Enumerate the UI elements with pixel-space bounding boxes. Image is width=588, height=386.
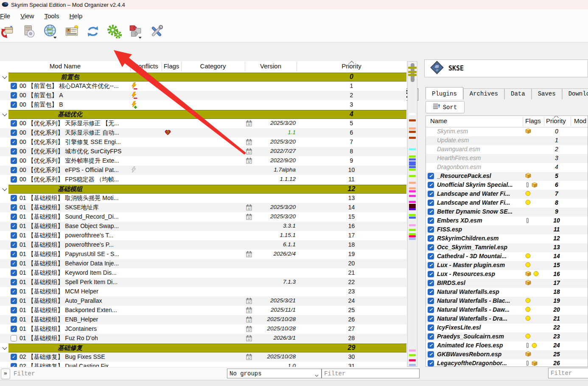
mod-row[interactable]: ✓01 【基础模组】 MCM Helper23 xyxy=(0,287,406,296)
plugin-row[interactable]: ✓Natural Waterfalls - Daw...20 xyxy=(426,306,588,315)
mod-checkbox[interactable]: ✓ xyxy=(11,120,17,127)
plugin-checkbox[interactable]: ✓ xyxy=(428,342,434,349)
tools-button[interactable] xyxy=(148,24,164,41)
plugin-checkbox[interactable]: ✓ xyxy=(428,280,434,286)
plugin-row[interactable]: Skyrim.esm0 xyxy=(426,127,588,136)
plugin-checkbox[interactable]: ✓ xyxy=(428,182,434,188)
collapse-chevron-icon[interactable] xyxy=(2,186,7,191)
column-header-flags[interactable]: Flags xyxy=(162,62,181,70)
mod-checkbox[interactable]: ✓ xyxy=(11,167,17,173)
plugin-row[interactable]: ✓Natural Waterfalls - Dra...21 xyxy=(426,315,588,324)
profile-card-button[interactable] xyxy=(64,24,79,41)
mod-separator-row[interactable]: 基础模组12 xyxy=(0,184,406,194)
browse-nexus-button[interactable] xyxy=(42,24,58,41)
plugin-row[interactable]: ✓Lux - Resources.esp16 xyxy=(426,270,588,279)
plugin-row[interactable]: Dragonborn.esm4 xyxy=(426,163,588,172)
plugin-row[interactable]: ✓Better Dynamic Snow SE...9 xyxy=(426,208,588,217)
tab-saves[interactable]: Saves xyxy=(532,88,562,99)
mod-checkbox[interactable]: ✓ xyxy=(11,354,17,360)
groups-combobox[interactable]: No groups xyxy=(227,369,322,378)
mod-row[interactable]: ✓00 【优化系列】 FPS稳定器 （均帧...1.1.1211 xyxy=(0,175,406,184)
menu-help[interactable]: Help xyxy=(68,11,88,21)
mod-checkbox[interactable]: ✓ xyxy=(11,101,17,108)
mod-separator-row[interactable]: 基础修复29 xyxy=(0,343,406,352)
mod-checkbox[interactable]: ✓ xyxy=(11,148,17,155)
plugin-row[interactable]: ✓Lux - Master plugin.esm15 xyxy=(426,261,588,270)
plugin-row[interactable]: ✓Landscape and Water Fi...7 xyxy=(426,190,588,199)
plugin-checkbox[interactable]: ✓ xyxy=(428,289,434,295)
plugin-row[interactable]: ✓Occ_Skyrim_Tamriel.esp13 xyxy=(426,243,588,252)
plugin-row[interactable]: Dawnguard.esm2 xyxy=(426,145,588,154)
plugin-row[interactable]: ✓Natural Waterfalls - Blac...19 xyxy=(426,297,588,306)
plugin-checkbox[interactable]: ✓ xyxy=(428,217,434,224)
plugin-row[interactable]: ✓IcyFixesLite.esl22 xyxy=(426,324,588,332)
plugin-filter-input[interactable] xyxy=(548,368,588,378)
mod-row[interactable]: ✓00 【优化系列】 城市优化 SurCityFPS122022/7/278 xyxy=(0,147,406,156)
mod-row[interactable]: ✓01 【基础模组】 powerofthree's P...6.1.118 xyxy=(0,240,406,250)
plugin-checkbox[interactable]: ✓ xyxy=(428,307,434,313)
mod-checkbox[interactable]: ✓ xyxy=(11,316,17,323)
plugin-row[interactable]: ✓FISS.esp11 xyxy=(426,225,588,234)
mod-checkbox[interactable]: ✓ xyxy=(11,279,17,285)
tab-downloads[interactable]: Downloads xyxy=(562,88,588,99)
mod-list-scrollbar[interactable] xyxy=(407,61,417,367)
column-header-version[interactable]: Version xyxy=(245,62,297,70)
tab-data[interactable]: Data xyxy=(504,88,532,99)
collapse-chevron-icon[interactable] xyxy=(2,74,7,79)
mod-row[interactable]: ✓00 【优化系列】 引擎修复 SSE Engi...122025/3/207 xyxy=(0,138,406,147)
mod-row[interactable]: ✓00 【优化系列】 天际显示修正 【无...122025/3/205 xyxy=(0,119,406,128)
mod-checkbox[interactable]: ✓ xyxy=(11,363,17,367)
mod-row[interactable]: ✓00 【优化系列】 室外帧率提升 Exte...122022/9/209 xyxy=(0,156,406,166)
refresh-button[interactable] xyxy=(85,24,101,41)
plugin-checkbox[interactable]: ✓ xyxy=(428,333,434,340)
column-header-category[interactable]: Category xyxy=(181,62,245,70)
plugin-checkbox[interactable]: ✓ xyxy=(428,316,434,322)
column-header-name[interactable]: Name xyxy=(430,117,447,124)
mod-row[interactable]: ✓01 【基础模组】 Backported Exten...122025/11/… xyxy=(0,306,406,315)
mod-row[interactable]: 01 【基础模组】 Fuz Ro D'oh122026/3/128 xyxy=(0,334,406,343)
mod-checkbox[interactable]: ✓ xyxy=(11,204,17,211)
mod-checkbox[interactable]: ✓ xyxy=(11,242,17,248)
menu-file[interactable]: File xyxy=(0,11,16,21)
collapse-chevron-icon[interactable] xyxy=(2,111,7,116)
column-header-mod[interactable]: Mod xyxy=(574,117,586,124)
install-from-disc-button[interactable] xyxy=(21,24,37,41)
mod-row[interactable]: ✓01 【基础模组】 SKSE地址库122025/3/2014 xyxy=(0,203,406,212)
plugin-row[interactable]: ✓_ResourcePack.esl5 xyxy=(426,172,588,181)
mod-checkbox[interactable]: ✓ xyxy=(11,232,17,239)
plugin-row[interactable]: ✓Natural Waterfalls.esp18 xyxy=(426,288,588,297)
mod-checkbox[interactable]: ✓ xyxy=(11,298,17,304)
plugin-row[interactable]: ✓Landscape and Water Fi...8 xyxy=(426,199,588,208)
mod-row[interactable]: ✓00 【前置包】 B3 xyxy=(0,100,406,110)
plugin-row[interactable]: ✓RSkyrimChildren.esm12 xyxy=(426,234,588,243)
install-mod-button[interactable] xyxy=(0,24,16,41)
plugin-checkbox[interactable]: ✓ xyxy=(428,235,434,242)
mod-filter-input[interactable] xyxy=(13,369,218,378)
filter-expand-button[interactable]: » xyxy=(1,369,10,379)
plugin-row[interactable]: ✓Cathedral - 3D Mountai...14 xyxy=(426,252,588,261)
mod-row[interactable]: ✓01 【基础模组】 取消镜头摇晃 Moti...13 xyxy=(0,194,406,203)
plugin-row[interactable]: ✓Praedys_Soulcairn.esm23 xyxy=(426,332,588,341)
plugin-row[interactable]: ✓Unofficial Skyrim Special...6 xyxy=(426,181,588,190)
executable-selector[interactable]: SKSE xyxy=(424,59,588,77)
plugin-row[interactable]: ✓BIRDS.esl17 xyxy=(426,279,588,288)
menu-tools[interactable]: Tools xyxy=(43,11,64,21)
mod-checkbox[interactable]: ✓ xyxy=(11,214,17,220)
plugin-checkbox[interactable]: ✓ xyxy=(428,351,434,358)
mod-checkbox[interactable]: ✓ xyxy=(11,270,17,276)
plugin-checkbox[interactable]: ✓ xyxy=(428,208,434,215)
mod-checkbox[interactable]: ✓ xyxy=(11,92,17,99)
mod-checkbox[interactable]: ✓ xyxy=(11,83,17,89)
mod-checkbox[interactable]: ✓ xyxy=(11,176,17,183)
mod-checkbox[interactable]: ✓ xyxy=(11,195,17,201)
mod-row[interactable]: ✓00 【前置包】 核心DATA文件优化--...1 xyxy=(0,82,406,91)
mod-row[interactable]: ✓02 【基础修复】 Bug Fixes SSE122025/10/2830 xyxy=(0,352,406,362)
plugin-row[interactable]: Update.esm1 xyxy=(426,136,588,145)
mod-row[interactable]: ✓00 【前置包】 A2 xyxy=(0,91,406,100)
plugin-row[interactable]: ✓Embers XD.esm10 xyxy=(426,217,588,225)
mod-checkbox[interactable]: ✓ xyxy=(11,326,17,332)
plugin-checkbox[interactable]: ✓ xyxy=(428,298,434,304)
mod-row[interactable]: ✓01 【基础模组】 JContainers122025/10/2827 xyxy=(0,324,406,334)
mod-row[interactable]: ✓01 【基础模组】 Spell Perk Item Di...7.1.322 xyxy=(0,278,406,287)
plugin-checkbox[interactable]: ✓ xyxy=(428,173,434,179)
